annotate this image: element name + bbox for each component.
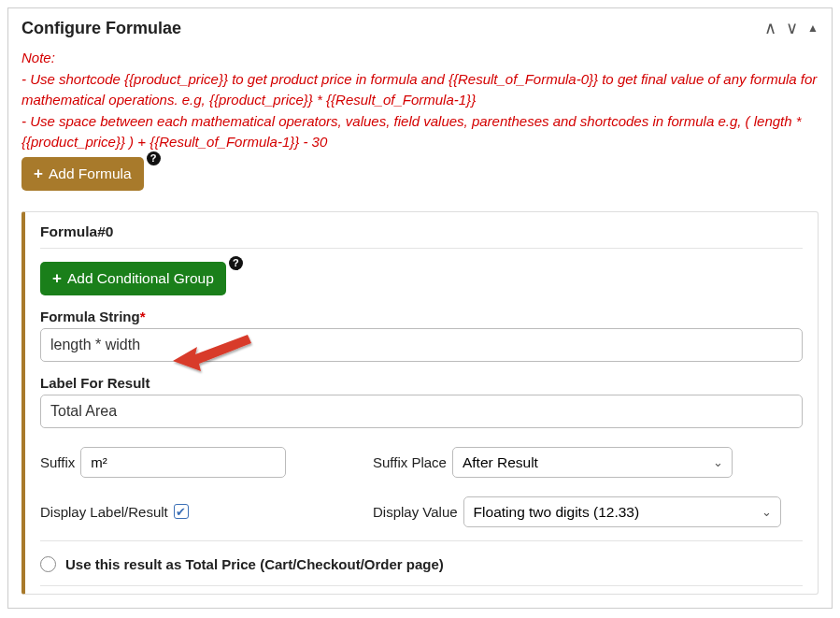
panel-header: Configure Formulae ∧ ∨ ▲ (8, 8, 832, 44)
suffix-place-select[interactable]: After Result (452, 447, 733, 478)
add-conditional-group-button[interactable]: + Add Conditional Group (40, 262, 226, 295)
suffix-place-label: Suffix Place (373, 454, 447, 470)
note-line-2: - Use space between each mathematical op… (21, 111, 819, 153)
use-as-total-price-radio[interactable] (40, 556, 56, 572)
formula-card-0: Formula#0 + Add Conditional Group ? Form… (21, 211, 819, 595)
help-icon[interactable]: ? (229, 256, 243, 270)
display-label-result-label: Display Label/Result (40, 504, 168, 520)
formula-title: Formula#0 (40, 223, 803, 240)
formula-string-label: Formula String* (40, 309, 803, 324)
note-heading: Note: (21, 48, 819, 69)
divider (40, 540, 803, 541)
help-icon[interactable]: ? (147, 151, 161, 165)
plus-icon: + (34, 165, 43, 183)
label-for-result-label: Label For Result (40, 375, 803, 391)
add-group-label: Add Conditional Group (67, 270, 214, 287)
move-up-icon[interactable]: ∧ (764, 18, 776, 38)
panel-title: Configure Formulae (21, 19, 764, 38)
label-for-result-input[interactable] (40, 395, 803, 428)
panel-body: Note: - Use shortcode {{product_price}} … (8, 48, 832, 608)
display-value-select[interactable]: Floating two digits (12.33) (463, 496, 781, 527)
formula-string-input[interactable] (40, 328, 803, 362)
suffix-input[interactable] (80, 447, 286, 478)
display-label-result-checkbox[interactable]: ✔ (174, 504, 189, 519)
collapse-icon[interactable]: ▲ (807, 22, 819, 35)
configure-formulae-panel: Configure Formulae ∧ ∨ ▲ Note: - Use sho… (7, 7, 833, 609)
use-as-total-price-label: Use this result as Total Price (Cart/Che… (65, 556, 444, 572)
note-line-1: - Use shortcode {{product_price}} to get… (21, 69, 819, 111)
move-down-icon[interactable]: ∨ (786, 18, 798, 38)
display-value-label: Display Value (373, 504, 458, 520)
add-formula-label: Add Formula (49, 165, 132, 182)
suffix-label: Suffix (40, 454, 75, 470)
plus-icon: + (52, 269, 62, 288)
divider (40, 248, 803, 249)
divider (40, 585, 803, 586)
add-formula-button[interactable]: + Add Formula (21, 157, 144, 191)
panel-header-controls: ∧ ∨ ▲ (764, 18, 819, 38)
note-block: Note: - Use shortcode {{product_price}} … (21, 48, 819, 153)
